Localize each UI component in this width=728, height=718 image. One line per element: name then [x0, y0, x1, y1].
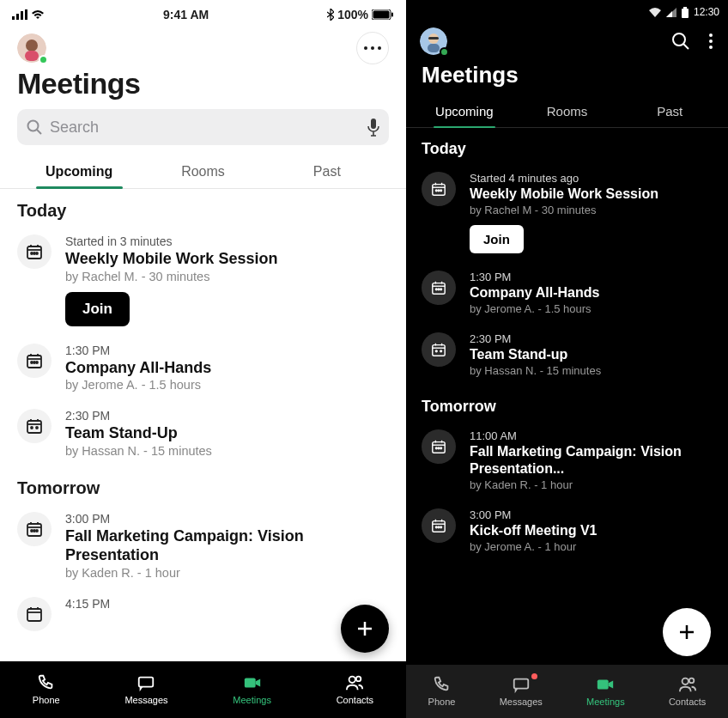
status-clock: 9:41 AM — [163, 8, 209, 21]
svg-rect-55 — [428, 44, 440, 52]
svg-rect-40 — [27, 609, 41, 621]
calendar-icon — [17, 597, 52, 631]
meeting-item[interactable]: 2:30 PM Team Stand-Up by Hassan N. - 15 … — [17, 400, 389, 466]
phone-icon — [433, 675, 452, 694]
profile-avatar[interactable] — [420, 27, 447, 55]
svg-point-89 — [435, 526, 437, 528]
svg-line-57 — [683, 44, 689, 49]
svg-point-90 — [438, 526, 440, 528]
nav-label: Meetings — [586, 697, 625, 707]
meeting-time: 4:15 PM — [65, 597, 389, 611]
svg-line-11 — [37, 130, 41, 134]
ios-status-bar: 9:41 AM 100% — [0, 0, 406, 26]
battery-icon — [372, 9, 394, 20]
meeting-item[interactable]: Started in 3 minutes Weekly Mobile Work … — [17, 226, 389, 335]
join-button[interactable]: Join — [470, 225, 524, 253]
profile-avatar[interactable] — [17, 33, 46, 63]
search-icon[interactable] — [671, 32, 690, 51]
new-meeting-fab[interactable] — [341, 605, 389, 653]
svg-rect-72 — [433, 345, 445, 356]
microphone-icon[interactable] — [367, 118, 380, 137]
svg-point-38 — [33, 530, 35, 532]
svg-point-19 — [36, 253, 38, 254]
nav-phone[interactable]: Phone — [33, 673, 60, 705]
svg-rect-50 — [682, 9, 689, 18]
meeting-item[interactable]: 1:30 PM Company All-Hands by Jerome A. -… — [422, 262, 713, 324]
tab-past[interactable]: Past — [618, 94, 721, 127]
join-button[interactable]: Join — [65, 292, 130, 326]
nav-meetings[interactable]: Meetings — [233, 673, 271, 705]
calendar-icon — [422, 429, 456, 464]
svg-point-56 — [673, 33, 685, 46]
phone-icon — [37, 673, 56, 692]
tab-rooms[interactable]: Rooms — [516, 94, 619, 127]
svg-point-63 — [438, 190, 440, 192]
meeting-subtitle: by Jerome A. - 1.5 hours — [470, 302, 713, 315]
svg-point-24 — [31, 362, 33, 363]
calendar-icon — [17, 234, 52, 269]
svg-rect-46 — [139, 677, 154, 686]
tab-upcoming[interactable]: Upcoming — [17, 154, 141, 188]
meeting-title: Kick-off Meeting V1 — [470, 521, 713, 540]
presence-dot-icon — [440, 47, 449, 57]
svg-rect-3 — [25, 9, 27, 20]
search-input[interactable] — [43, 119, 367, 137]
meeting-subtitle: by Hassan N. - 15 minutes — [65, 444, 389, 458]
nav-phone[interactable]: Phone — [428, 675, 456, 707]
svg-point-70 — [438, 289, 440, 290]
new-meeting-fab[interactable] — [663, 608, 711, 656]
tabs-row: Upcoming Rooms Past — [406, 94, 728, 128]
nav-contacts[interactable]: Contacts — [337, 673, 373, 705]
meeting-item[interactable]: Started 4 minutes ago Weekly Mobile Work… — [422, 163, 713, 262]
svg-point-77 — [440, 350, 442, 352]
svg-point-97 — [689, 678, 694, 683]
svg-point-69 — [435, 289, 437, 290]
nav-messages[interactable]: Messages — [500, 675, 543, 707]
meeting-item[interactable]: 4:15 PM — [17, 588, 389, 640]
svg-point-96 — [682, 678, 688, 684]
cell-signal-icon — [666, 8, 676, 17]
meeting-item[interactable]: 11:00 AM Fall Marketing Campaign: Vision… — [422, 421, 713, 500]
nav-messages[interactable]: Messages — [124, 673, 167, 705]
contacts-icon — [678, 675, 697, 694]
svg-rect-95 — [598, 679, 609, 689]
meeting-item[interactable]: 2:30 PM Team Stand-up by Hassan N. - 15 … — [422, 324, 713, 386]
tab-rooms[interactable]: Rooms — [141, 154, 264, 188]
tab-upcoming[interactable]: Upcoming — [413, 94, 516, 127]
svg-rect-5 — [373, 11, 389, 19]
nav-meetings[interactable]: Meetings — [586, 675, 625, 707]
tabs-row: Upcoming Rooms Past — [0, 154, 406, 189]
meeting-item[interactable]: 3:00 PM Kick-off Meeting V1 by Jerome A.… — [422, 500, 713, 562]
battery-icon — [682, 7, 689, 18]
meeting-time: 3:00 PM — [65, 512, 389, 526]
tab-past[interactable]: Past — [265, 154, 389, 188]
nav-label: Messages — [124, 695, 167, 705]
nav-label: Phone — [428, 697, 456, 707]
calendar-icon — [422, 332, 456, 367]
overflow-menu-button[interactable] — [706, 30, 716, 52]
meeting-title: Fall Marketing Campaign: Vision Presenta… — [65, 526, 389, 566]
calendar-icon — [17, 512, 52, 546]
svg-point-8 — [26, 40, 38, 52]
calendar-icon — [17, 409, 52, 443]
section-tomorrow: Tomorrow — [422, 386, 713, 421]
meeting-subtitle: by Rachel M - 30 minutes — [470, 204, 713, 216]
calendar-icon — [17, 344, 52, 378]
status-clock: 12:30 — [694, 6, 719, 18]
svg-rect-0 — [12, 16, 15, 20]
meeting-subtitle: by Jerome A. - 1 hour — [470, 540, 713, 553]
more-menu-button[interactable] — [356, 32, 389, 64]
meeting-subtitle: by Kaden R. - 1 hour — [65, 566, 389, 580]
meeting-item[interactable]: 1:30 PM Company All-Hands by Jerome A. -… — [17, 335, 389, 401]
meeting-title: Fall Marketing Campaign: Vision Presenta… — [470, 442, 713, 478]
meeting-item[interactable]: 3:00 PM Fall Marketing Campaign: Vision … — [17, 503, 389, 588]
svg-point-49 — [356, 676, 361, 681]
svg-point-26 — [36, 362, 38, 363]
search-input-wrap[interactable] — [17, 109, 389, 145]
meeting-subtitle: by Rachel M. - 30 minutes — [65, 270, 389, 283]
video-icon — [596, 675, 615, 694]
nav-contacts[interactable]: Contacts — [669, 675, 706, 707]
svg-rect-2 — [21, 11, 23, 20]
meeting-title: Company All-Hands — [65, 357, 389, 379]
svg-rect-9 — [25, 51, 39, 61]
